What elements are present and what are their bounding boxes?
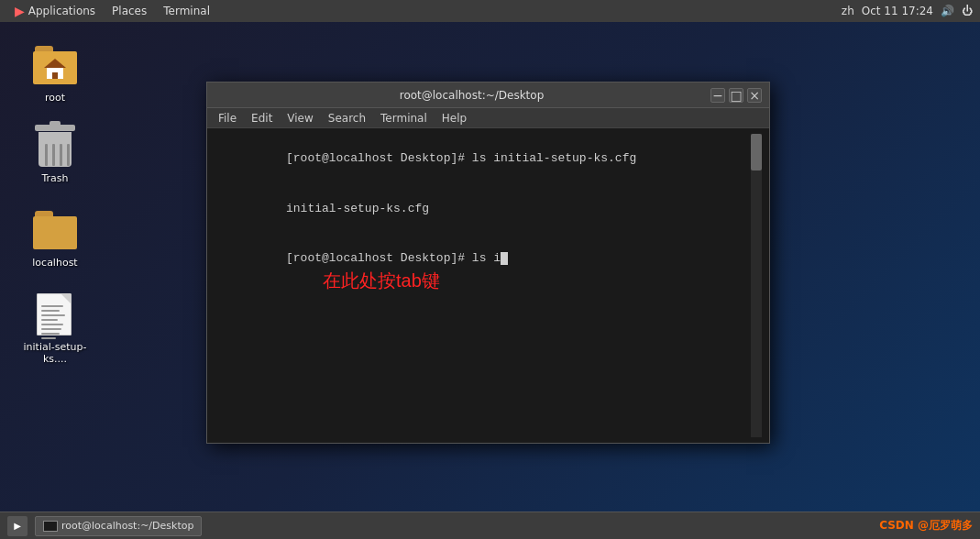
taskbar: ▶ root@localhost:~/Desktop CSDN @厄罗萌多 [0,512,980,539]
maximize-button[interactable]: □ [729,88,743,103]
terminal-cursor [501,252,508,265]
terminal-annotation: 在此处按tab键 [323,270,440,291]
places-menu[interactable]: Places [105,3,154,19]
top-bar-left: ▶ Applications Places Terminal [7,2,217,20]
terminal-scrollbar-thumb[interactable] [751,134,762,170]
trash-icon-label: Trash [41,172,68,184]
terminal-line-1: [root@localhost Desktop]# ls initial-set… [215,134,762,184]
terminal-menu-file[interactable]: File [211,110,244,126]
top-bar-right: zh Oct 11 17:24 🔊 ⏻ [842,5,973,17]
maximize-icon: □ [730,88,742,103]
terminal-titlebar: root@localhost:~/Desktop − □ × [207,82,769,108]
terminal-content[interactable]: [root@localhost Desktop]# ls initial-set… [207,128,769,443]
root-icon-label: root [45,92,65,104]
terminal-line-3: [root@localhost Desktop]# ls i 在此处按tab键 [215,234,762,310]
terminal-menu-view[interactable]: View [280,110,320,126]
terminal-menu[interactable]: Terminal [156,3,217,19]
top-menubar: ▶ Applications Places Terminal zh Oct 11… [0,0,980,22]
minimize-button[interactable]: − [710,88,725,103]
csdn-badge: CSDN @厄罗萌多 [879,518,973,534]
localhost-folder-icon [33,209,77,253]
taskbar-right: CSDN @厄罗萌多 [879,518,973,534]
applications-menu[interactable]: ▶ Applications [7,2,103,20]
terminal-output-1: initial-setup-ks.cfg [286,202,429,215]
volume-icon[interactable]: 🔊 [941,5,954,17]
terminal-menu-terminal[interactable]: Terminal [373,110,435,126]
desktop-icon-localhost[interactable]: localhost [18,205,92,272]
datetime-display: Oct 11 17:24 [862,5,933,17]
desktop-icon-trash[interactable]: Trash [18,121,92,188]
terminal-menu-search[interactable]: Search [321,110,373,126]
taskbar-win-icon [43,521,58,532]
localhost-icon-label: localhost [32,257,77,269]
initial-setup-file-icon [33,293,77,337]
terminal-menubar: File Edit View Search Terminal Help [207,108,769,128]
taskbar-appicon[interactable]: ▶ [7,516,28,536]
language-indicator: zh [842,5,854,17]
close-icon: × [749,88,760,103]
terminal-title: root@localhost:~/Desktop [233,89,710,102]
taskbar-window-button[interactable]: root@localhost:~/Desktop [35,516,202,536]
terminal-prompt-2: [root@localhost Desktop]# ls i [286,251,501,265]
applications-label: Applications [28,5,95,17]
terminal-window: root@localhost:~/Desktop − □ × File Edit… [206,82,770,444]
terminal-menu-edit[interactable]: Edit [244,110,280,126]
taskbar-left: ▶ root@localhost:~/Desktop [7,516,202,536]
terminal-prompt-1: [root@localhost Desktop]# ls initial-set… [286,151,636,165]
taskbar-window-label: root@localhost:~/Desktop [61,520,193,532]
terminal-menu-help[interactable]: Help [435,110,474,126]
desktop: root Trash [0,22,980,517]
trash-folder-icon [33,125,77,169]
initial-setup-icon-label: initial-setup-ks.... [22,341,88,365]
titlebar-controls-right: − □ × [710,88,762,103]
root-folder-icon [33,44,77,88]
minimize-icon: − [712,88,723,103]
power-icon[interactable]: ⏻ [962,5,973,17]
terminal-scrollbar[interactable] [751,134,762,437]
close-button[interactable]: × [747,88,762,103]
desktop-icon-initial-setup[interactable]: initial-setup-ks.... [18,290,92,368]
terminal-line-2: initial-setup-ks.cfg [215,184,762,235]
desktop-icon-root[interactable]: root [18,40,92,107]
